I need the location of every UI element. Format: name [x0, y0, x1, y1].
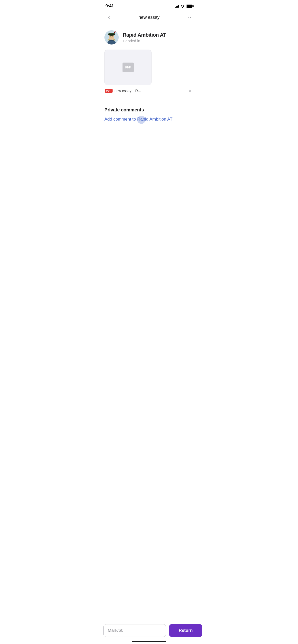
- more-dots-icon: ···: [186, 15, 192, 20]
- close-icon: ×: [189, 88, 192, 94]
- battery-icon: [186, 5, 193, 8]
- add-comment-button[interactable]: Add comment to Rapid Ambition AT: [104, 117, 172, 122]
- avatar-illustration: [104, 30, 119, 45]
- status-time: 9:41: [105, 4, 114, 9]
- pdf-thumbnail[interactable]: PDF: [104, 50, 152, 85]
- student-section: Rapid Ambition AT Handed in: [99, 25, 199, 49]
- comments-title: Private comments: [104, 107, 194, 113]
- status-bar: 9:41: [99, 0, 199, 11]
- svg-point-5: [108, 34, 115, 36]
- pdf-icon: PDF: [123, 63, 134, 72]
- pdf-filename: new essay – R...: [115, 89, 185, 93]
- status-icons: [175, 5, 193, 8]
- back-chevron-icon: ‹: [108, 14, 110, 21]
- wifi-icon: [181, 5, 185, 8]
- add-comment-container: Add comment to Rapid Ambition AT: [104, 117, 172, 122]
- svg-point-8: [111, 38, 112, 38]
- signal-icon: [175, 5, 179, 8]
- pdf-badge: PDF: [105, 89, 113, 93]
- svg-point-10: [113, 39, 115, 40]
- student-status: Handed in: [123, 39, 166, 43]
- comments-section: Private comments Add comment to Rapid Am…: [99, 102, 199, 215]
- svg-point-9: [108, 39, 110, 40]
- pdf-close-button[interactable]: ×: [187, 88, 193, 94]
- avatar: [104, 30, 119, 45]
- more-button[interactable]: ···: [184, 13, 194, 22]
- pdf-badge-label: PDF: [106, 90, 111, 92]
- student-info: Rapid Ambition AT Handed in: [123, 32, 166, 43]
- nav-bar: ‹ new essay ···: [99, 11, 199, 25]
- pdf-file-row: PDF new essay – R... ×: [104, 88, 194, 94]
- student-name: Rapid Ambition AT: [123, 32, 166, 38]
- pdf-preview-section: PDF PDF new essay – R... ×: [99, 49, 199, 98]
- section-divider: [104, 100, 194, 100]
- pdf-icon-label: PDF: [125, 66, 131, 69]
- back-button[interactable]: ‹: [104, 13, 114, 22]
- svg-point-6: [110, 37, 111, 37]
- svg-point-7: [112, 37, 113, 37]
- page-title: new essay: [139, 15, 159, 20]
